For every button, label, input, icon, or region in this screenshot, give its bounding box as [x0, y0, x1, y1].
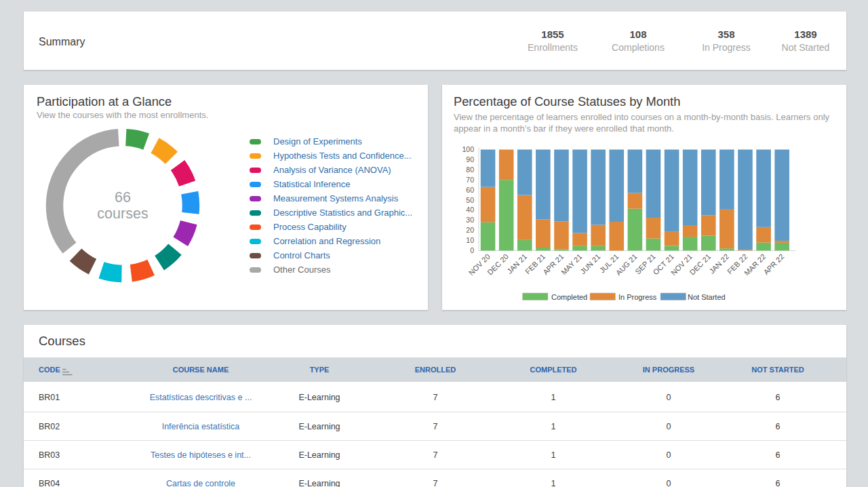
- svg-text:90: 90: [466, 155, 474, 163]
- svg-text:70: 70: [466, 176, 474, 184]
- svg-text:40: 40: [466, 206, 474, 214]
- svg-text:100: 100: [462, 145, 474, 153]
- svg-text:60: 60: [466, 186, 474, 194]
- svg-text:courses: courses: [97, 206, 148, 222]
- svg-text:In Progress: In Progress: [618, 293, 657, 301]
- svg-text:0: 0: [470, 246, 474, 254]
- svg-text:MAY 21: MAY 21: [559, 252, 583, 276]
- svg-text:APR 22: APR 22: [762, 252, 785, 276]
- svg-text:80: 80: [466, 165, 474, 174]
- svg-text:50: 50: [466, 196, 474, 204]
- svg-text:20: 20: [466, 226, 474, 234]
- svg-text:JUN 21: JUN 21: [578, 252, 601, 275]
- svg-text:66: 66: [115, 189, 131, 206]
- svg-text:Not Started: Not Started: [688, 293, 726, 301]
- svg-text:10: 10: [466, 236, 474, 244]
- svg-text:Completed: Completed: [551, 293, 587, 301]
- svg-text:30: 30: [466, 216, 474, 224]
